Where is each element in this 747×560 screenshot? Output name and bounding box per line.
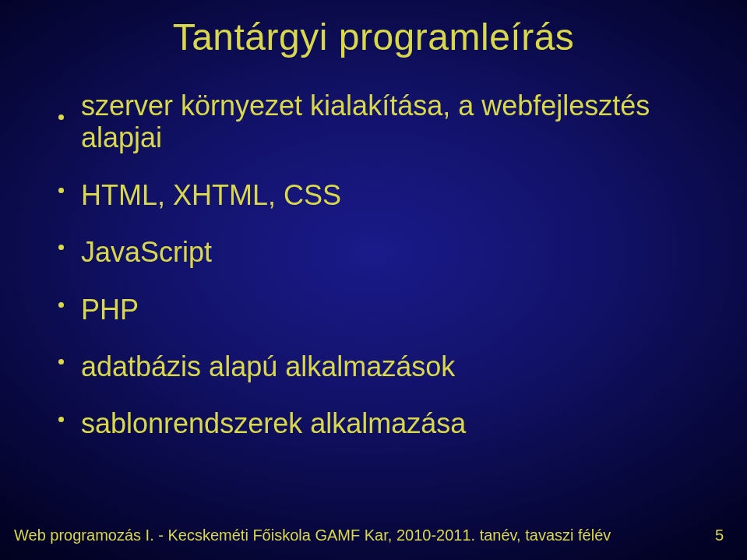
bullet-icon — [58, 417, 64, 422]
slide-title: Tantárgyi programleírás — [0, 16, 747, 58]
bullet-icon — [58, 114, 64, 120]
bullet-text: JavaScript — [81, 236, 700, 268]
bullet-text: szerver környezet kialakítása, a webfejl… — [81, 90, 700, 154]
bullet-item: PHP — [58, 294, 700, 326]
footer-text: Web programozás I. - Kecskeméti Főiskola… — [14, 527, 611, 544]
bullet-item: HTML, XHTML, CSS — [58, 179, 700, 211]
bullet-item: szerver környezet kialakítása, a webfejl… — [58, 90, 700, 154]
bullet-text: adatbázis alapú alkalmazások — [81, 350, 700, 382]
slide-body: szerver környezet kialakítása, a webfejl… — [58, 90, 700, 465]
bullet-icon — [58, 188, 64, 193]
bullet-icon — [58, 245, 64, 250]
bullet-icon — [58, 359, 64, 365]
bullet-text: HTML, XHTML, CSS — [81, 179, 700, 211]
bullet-item: sablonrendszerek alkalmazása — [58, 407, 700, 439]
bullet-item: adatbázis alapú alkalmazások — [58, 350, 700, 382]
bullet-item: JavaScript — [58, 236, 700, 268]
slide: Tantárgyi programleírás szerver környeze… — [0, 0, 747, 560]
bullet-icon — [58, 302, 64, 308]
slide-footer: Web programozás I. - Kecskeméti Főiskola… — [14, 527, 724, 544]
page-number: 5 — [715, 527, 724, 544]
bullet-text: PHP — [81, 294, 700, 326]
bullet-text: sablonrendszerek alkalmazása — [81, 407, 700, 439]
